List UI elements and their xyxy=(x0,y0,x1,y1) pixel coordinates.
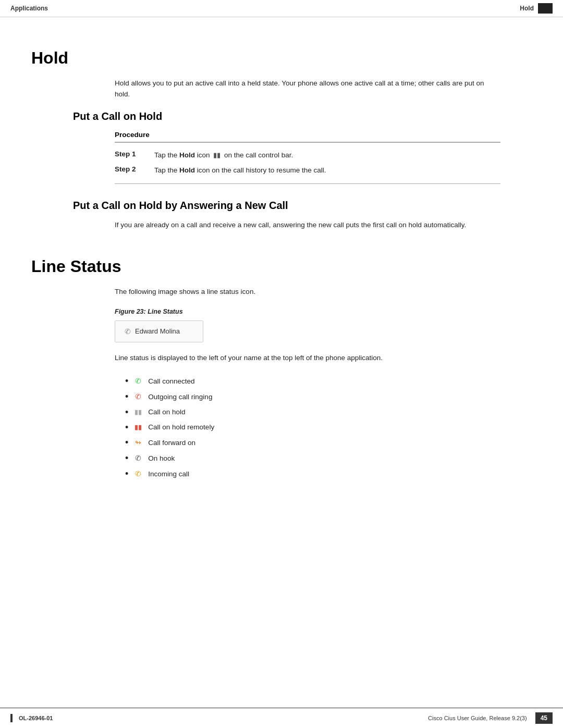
bullet-incoming: • xyxy=(125,469,128,478)
list-item-connected: • ✆ Call connected xyxy=(125,374,532,388)
connected-icon: ✆ xyxy=(132,374,144,388)
section-marker xyxy=(538,3,553,14)
line-status-intro: The following image shows a line status … xyxy=(115,287,500,298)
status-label-hold: Call on hold xyxy=(148,405,185,419)
step-1-row: Step 1 Tap the Hold icon ▮▮ on the call … xyxy=(115,148,500,163)
outgoing-icon: ✆ xyxy=(132,389,144,404)
bullet-onhook: • xyxy=(125,453,128,463)
phone-icon: ✆ xyxy=(125,327,131,336)
subsection-hold-answering-title: Put a Call on Hold by Answering a New Ca… xyxy=(73,200,532,212)
hold-pause-icon: ▮▮ xyxy=(213,151,221,159)
onhook-icon: ✆ xyxy=(132,451,144,465)
step-1-label: Step 1 xyxy=(115,150,146,158)
status-label-incoming: Incoming call xyxy=(148,467,189,481)
bullet-forward: • xyxy=(125,438,128,447)
list-item-hold-remote: • ▮▮ Call on hold remotely xyxy=(125,420,532,434)
footer-right: Cisco Cius User Guide, Release 9.2(3) 45 xyxy=(428,712,553,724)
hold-section-title: Hold xyxy=(31,48,532,68)
top-bar-section-label: Hold xyxy=(520,5,534,12)
bullet-hold: • xyxy=(125,408,128,417)
procedure-steps: Step 1 Tap the Hold icon ▮▮ on the call … xyxy=(115,143,500,184)
footer: OL-26946-01 Cisco Cius User Guide, Relea… xyxy=(0,708,563,728)
top-bar: Applications Hold xyxy=(0,0,563,17)
figure-caption: Figure 23: Line Status xyxy=(115,308,532,315)
list-item-forward: • ↬ Call forward on xyxy=(125,435,532,450)
figure-name: Edward Molina xyxy=(135,327,180,335)
bullet-connected: • xyxy=(125,376,128,386)
footer-doc-number: OL-26946-01 xyxy=(19,715,53,721)
line-status-section-title: Line Status xyxy=(31,257,532,276)
step-2-text: Tap the Hold icon on the call history to… xyxy=(154,165,500,176)
step-1-text: Tap the Hold icon ▮▮ on the call control… xyxy=(154,150,500,161)
bullet-outgoing: • xyxy=(125,392,128,401)
bullet-hold-remote: • xyxy=(125,423,128,432)
top-bar-right: Hold xyxy=(520,3,553,14)
list-item-outgoing: • ✆ Outgoing call ringing xyxy=(125,389,532,404)
hold-answering-text: If you are already on a call and receive… xyxy=(115,220,500,231)
step-2-label: Step 2 xyxy=(115,165,146,173)
forward-icon: ↬ xyxy=(132,435,144,450)
incoming-icon: ✆ xyxy=(132,466,144,481)
list-item-incoming: • ✆ Incoming call xyxy=(125,466,532,481)
line-status-description: Line status is displayed to the left of … xyxy=(115,353,500,364)
list-item-hold: • ▮▮ Call on hold xyxy=(125,405,532,419)
status-label-outgoing: Outgoing call ringing xyxy=(148,390,212,404)
status-label-hold-remote: Call on hold remotely xyxy=(148,420,214,434)
status-list: • ✆ Call connected • ✆ Outgoing call rin… xyxy=(125,374,532,481)
hold-intro-text: Hold allows you to put an active call in… xyxy=(115,78,500,100)
subsection-put-call-on-hold-title: Put a Call on Hold xyxy=(73,110,532,122)
status-label-forward: Call forward on xyxy=(148,436,195,450)
footer-page-number: 45 xyxy=(535,712,553,724)
step-2-row: Step 2 Tap the Hold icon on the call his… xyxy=(115,163,500,178)
hold-icon: ▮▮ xyxy=(132,406,144,418)
main-content: Hold Hold allows you to put an active ca… xyxy=(0,17,563,524)
figure-box: ✆ Edward Molina xyxy=(115,320,203,342)
top-bar-breadcrumb: Applications xyxy=(10,5,48,12)
list-item-onhook: • ✆ On hook xyxy=(125,451,532,465)
hold-remote-icon: ▮▮ xyxy=(132,421,144,434)
procedure-label: Procedure xyxy=(115,131,500,143)
status-label-connected: Call connected xyxy=(148,374,194,388)
status-label-onhook: On hook xyxy=(148,451,175,465)
procedure-container: Procedure Step 1 Tap the Hold icon ▮▮ on… xyxy=(115,131,500,184)
footer-left: OL-26946-01 xyxy=(10,714,53,722)
footer-guide-title: Cisco Cius User Guide, Release 9.2(3) xyxy=(428,715,527,721)
